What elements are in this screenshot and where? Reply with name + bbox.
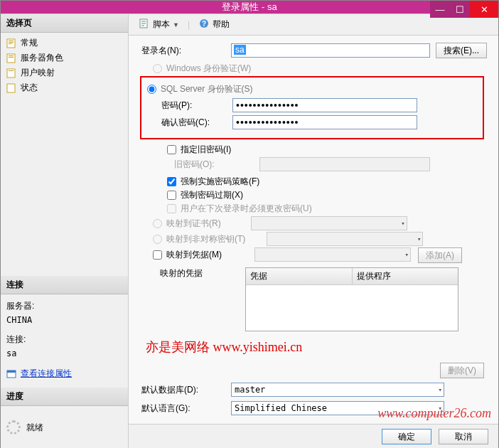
svg-rect-4 [7, 54, 15, 63]
highlight-box: SQL Server 身份验证(S) 密码(P): 确认密码(C): [140, 76, 484, 139]
map-asym-radio: 映射到非对称密钥(T)▾ [153, 232, 488, 246]
help-icon: ? [198, 18, 210, 31]
nav-user-mapping[interactable]: 用户映射 [1, 65, 128, 80]
sidebar: 选择页 常规 服务器角色 用户映射 状态 连接 服务器: CHINA 连接: s… [1, 14, 129, 448]
password-input[interactable] [232, 98, 417, 112]
conn-label: 连接: [6, 332, 122, 346]
old-password-label: 旧密码(O): [139, 159, 259, 171]
col-provider: 提供程序 [353, 268, 458, 284]
main-panel: 脚本 ▼ | ?帮助 登录名(N): sa 搜索(E)... Windows 身… [129, 14, 498, 448]
nav-label: 服务器角色 [21, 52, 63, 64]
enforce-expire-check[interactable]: 强制密码过期(X) [167, 189, 488, 201]
specify-old-password-check[interactable]: 指定旧密码(I) [167, 144, 488, 156]
nav-status[interactable]: 状态 [1, 80, 128, 95]
confirm-password-input[interactable] [232, 115, 417, 129]
svg-rect-5 [9, 55, 14, 56]
properties-icon [6, 369, 18, 379]
must-change-check: 用户在下次登录时必须更改密码(U) [167, 203, 488, 215]
conn-value: sa [6, 346, 122, 361]
confirm-password-label: 确认密码(C): [147, 117, 232, 129]
window-title: 登录属性 - sa [1, 1, 498, 14]
default-lang-label: 默认语言(G): [139, 402, 231, 415]
enforce-policy-check[interactable]: 强制实施密码策略(F) [167, 176, 488, 188]
connection-header: 连接 [1, 276, 128, 294]
titlebar: 登录属性 - sa — ☐ ✕ [1, 1, 498, 14]
svg-rect-9 [7, 84, 15, 92]
credentials-table: 凭据提供程序 [245, 267, 458, 331]
map-cert-radio: 映射到证书(R)▾ [153, 216, 488, 230]
server-value: CHINA [6, 313, 122, 327]
nav-label: 用户映射 [21, 67, 55, 79]
maximize-button[interactable]: ☐ [450, 1, 470, 18]
login-name-label: 登录名(N): [139, 45, 231, 57]
default-db-label: 默认数据库(D): [139, 384, 231, 396]
svg-rect-3 [9, 43, 12, 44]
col-credential: 凭据 [246, 268, 353, 284]
script-button[interactable]: 脚本 ▼ [134, 16, 183, 33]
search-button[interactable]: 搜索(E)... [436, 43, 487, 58]
default-db-select[interactable]: master▾ [231, 383, 444, 397]
minimize-button[interactable]: — [430, 1, 450, 18]
nav-server-roles[interactable]: 服务器角色 [1, 50, 128, 65]
progress-spinner-icon [6, 420, 21, 434]
windows-auth-radio: Windows 身份验证(W) [153, 63, 488, 75]
svg-rect-7 [7, 69, 15, 78]
help-button[interactable]: ?帮助 [194, 16, 234, 33]
delete-button: 删除(V) [440, 363, 484, 378]
sql-auth-radio[interactable]: SQL Server 身份验证(S) [147, 83, 477, 95]
watermark-text: 亦是美网络 www.yishimei.cn [146, 338, 488, 356]
login-properties-dialog: 登录属性 - sa — ☐ ✕ 选择页 常规 服务器角色 用户映射 状态 连接 … [0, 0, 499, 448]
progress-header: 进度 [1, 388, 128, 406]
cancel-button[interactable]: 取消 [439, 429, 488, 444]
svg-text:?: ? [202, 20, 206, 28]
select-page-header: 选择页 [1, 14, 128, 33]
ok-button[interactable]: 确定 [382, 429, 431, 444]
svg-rect-11 [7, 370, 16, 373]
nav-label: 常规 [21, 37, 38, 49]
server-label: 服务器: [6, 299, 122, 313]
mapped-creds-label: 映射的凭据 [139, 267, 245, 279]
old-password-input [259, 157, 430, 171]
asym-select: ▾ [267, 232, 423, 246]
script-icon [139, 18, 150, 31]
nav-general[interactable]: 常规 [1, 36, 128, 50]
svg-rect-8 [9, 70, 14, 71]
dropdown-icon: ▼ [173, 21, 179, 28]
view-connection-properties-link[interactable]: 查看连接属性 [6, 366, 72, 380]
login-name-input[interactable]: sa [231, 43, 430, 58]
svg-rect-1 [9, 41, 14, 41]
close-button[interactable]: ✕ [470, 1, 498, 18]
svg-rect-6 [9, 57, 14, 58]
cred-select: ▾ [254, 247, 411, 262]
password-label: 密码(P): [147, 100, 232, 112]
add-button: 添加(A) [418, 247, 462, 263]
nav-label: 状态 [21, 82, 38, 94]
svg-rect-2 [9, 42, 14, 43]
map-cred-check[interactable]: 映射到凭据(M) [153, 249, 222, 261]
progress-status: 就绪 [26, 422, 43, 434]
footer-watermark: www.computer26.com [377, 406, 491, 421]
cert-select: ▾ [251, 216, 407, 230]
